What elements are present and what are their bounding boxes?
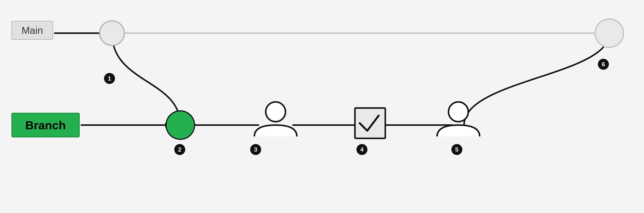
- node-1-circle: [100, 21, 124, 45]
- node-5-body: [437, 125, 480, 136]
- node-3-head: [266, 102, 286, 122]
- diagram-container: Main Branch 1 2 3 4 5 6: [0, 0, 644, 213]
- merge-curve: [464, 33, 609, 125]
- node-3-body: [254, 125, 297, 136]
- diagram-svg: [0, 0, 644, 213]
- node-2-circle: [166, 111, 194, 139]
- node-6-circle: [595, 19, 624, 47]
- node-5-head: [448, 102, 468, 122]
- branch-fork-curve: [112, 33, 180, 125]
